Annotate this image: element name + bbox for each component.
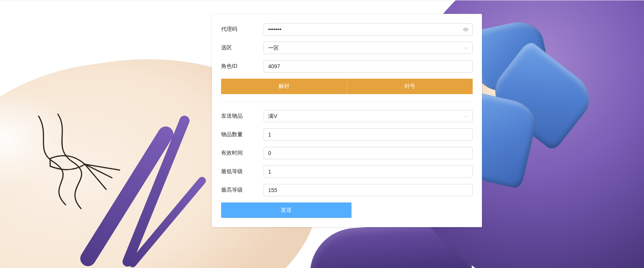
label-zone: 选区 [221, 44, 264, 51]
row-max-level: 最高等级 [221, 184, 473, 196]
proxy-code-input[interactable] [264, 23, 473, 35]
item-qty-input[interactable] [264, 128, 473, 141]
eye-icon[interactable] [463, 26, 469, 32]
label-send-item: 发送物品 [221, 113, 264, 120]
page-root: 代理码 选区 一区 角色ID [0, 0, 644, 268]
send-item-select[interactable]: 满V [264, 110, 473, 122]
row-proxy-code: 代理码 [221, 23, 473, 35]
zone-select[interactable]: 一区 [264, 42, 473, 54]
valid-time-input[interactable] [264, 147, 473, 159]
admin-form-card: 代理码 选区 一区 角色ID [212, 14, 482, 227]
role-id-input[interactable] [264, 60, 473, 72]
label-min-level: 最低等级 [221, 168, 264, 175]
label-valid-time: 有效时间 [221, 150, 264, 157]
min-level-input[interactable] [264, 165, 473, 178]
row-min-level: 最低等级 [221, 165, 473, 178]
row-valid-time: 有效时间 [221, 147, 473, 159]
label-role-id: 角色ID [221, 63, 264, 70]
max-level-input[interactable] [264, 184, 473, 196]
row-send-item: 发送物品 满V [221, 110, 473, 122]
row-item-qty: 物品数量 [221, 128, 473, 141]
row-role-id: 角色ID [221, 60, 473, 72]
row-zone: 选区 一区 [221, 42, 473, 54]
label-proxy-code: 代理码 [221, 26, 264, 33]
ban-button-row: 解封 封号 [221, 79, 473, 94]
unban-button[interactable]: 解封 [221, 79, 347, 94]
section-divider [221, 102, 473, 102]
send-button[interactable]: 发送 [221, 202, 352, 218]
ban-button[interactable]: 封号 [347, 79, 473, 94]
send-button-row: 发送 [221, 202, 473, 218]
label-max-level: 最高等级 [221, 187, 264, 194]
label-item-qty: 物品数量 [221, 131, 264, 138]
